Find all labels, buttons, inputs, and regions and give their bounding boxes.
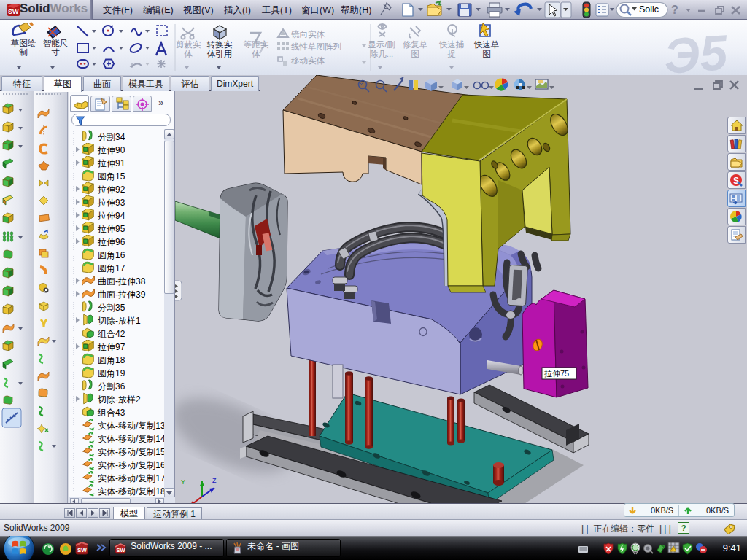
svg-text:?: ? bbox=[671, 4, 678, 16]
svg-text:SW: SW bbox=[8, 8, 19, 15]
svg-text:拉伸75: 拉伸75 bbox=[544, 369, 569, 378]
svg-text:Y: Y bbox=[181, 478, 185, 486]
svg-text:Solic: Solic bbox=[639, 4, 659, 15]
svg-text:SW: SW bbox=[117, 547, 126, 553]
svg-text:S: S bbox=[733, 176, 739, 186]
svg-text:SW: SW bbox=[77, 547, 87, 553]
svg-text:Э5: Э5 bbox=[662, 24, 730, 75]
svg-text:!: ! bbox=[672, 547, 673, 551]
svg-text:Z: Z bbox=[212, 477, 217, 484]
